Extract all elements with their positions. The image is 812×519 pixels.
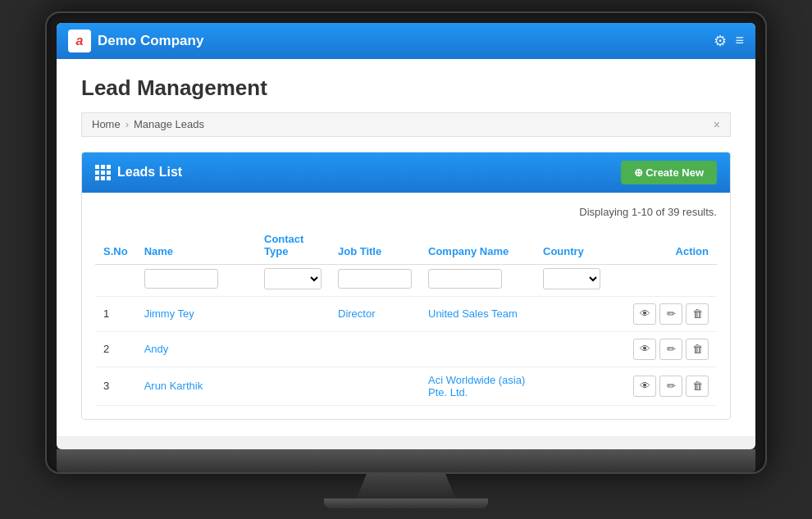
cell-country [535,296,625,331]
cell-name[interactable]: Jimmy Tey [136,296,256,331]
filter-company-cell [420,264,535,296]
col-header-name: Name [136,226,256,265]
filter-name-input[interactable] [144,269,218,289]
edit-button[interactable]: ✏ [659,376,682,397]
breadcrumb-current: Manage Leads [134,118,204,130]
cell-job-title [330,331,420,366]
breadcrumb-close-button[interactable]: × [714,118,720,131]
breadcrumb-text: Home › Manage Leads [92,118,204,130]
results-info: Displaying 1-10 of 39 results. [95,206,717,218]
action-buttons: 👁 ✏ 🗑 [633,303,709,325]
page-title: Lead Management [81,75,731,101]
table-row: 2 Andy 👁 ✏ [95,331,717,366]
cell-company-name: United Sales Team [420,296,535,331]
cell-action: 👁 ✏ 🗑 [625,331,717,366]
breadcrumb-separator: › [125,118,129,130]
leads-table: S.No Name ContactType Job Title Company … [95,226,717,406]
cell-action: 👁 ✏ 🗑 [625,366,717,405]
grid-icon [95,165,111,180]
view-button[interactable]: 👁 [633,339,656,360]
menu-icon[interactable]: ≡ [735,32,744,49]
filter-country-select[interactable] [543,268,600,289]
filter-company-input[interactable] [428,269,502,289]
filter-country-cell [535,264,625,296]
col-header-job-title: Job Title [330,226,420,265]
app-header-left: a Demo Company [68,30,203,52]
table-row: 1 Jimmy Tey Director United Sales Team 👁 [95,296,717,331]
edit-button[interactable]: ✏ [659,339,682,360]
cell-name[interactable]: Andy [136,331,256,366]
gear-icon[interactable]: ⚙ [714,32,727,50]
col-header-country: Country [535,226,625,265]
main-content: Lead Management Home › Manage Leads × [57,59,755,436]
cell-country [535,366,625,405]
filter-contact-type-select[interactable] [264,268,322,289]
cell-company-name: Aci Worldwide (asia) Pte. Ltd. [420,366,535,405]
table-row: 3 Arun Karthik Aci Worldwide (asia) Pte.… [95,366,717,405]
cell-contact-type [256,296,330,331]
col-header-action: Action [625,226,717,265]
col-header-sno: S.No [95,226,136,265]
delete-button[interactable]: 🗑 [686,303,709,325]
leads-panel: Leads List ⊕ Create New Displaying 1-10 … [81,152,731,420]
delete-button[interactable]: 🗑 [686,376,709,397]
view-button[interactable]: 👁 [633,303,656,325]
monitor-screen: a Demo Company ⚙ ≡ Lead Management Home … [45,11,767,474]
filter-name-cell [136,264,256,296]
action-buttons: 👁 ✏ 🗑 [633,376,709,397]
action-buttons: 👁 ✏ 🗑 [633,339,709,360]
cell-job-title: Director [330,296,420,331]
table-body: 1 Jimmy Tey Director United Sales Team 👁 [95,296,717,405]
filter-sno-cell [95,264,136,296]
cell-country [535,331,625,366]
col-header-company-name: Company Name [420,226,535,265]
app-title: Demo Company [98,33,203,49]
filter-job-title-cell [330,264,420,296]
filter-action-cell [625,264,717,296]
monitor-wrapper: a Demo Company ⚙ ≡ Lead Management Home … [45,11,767,508]
delete-button[interactable]: 🗑 [686,339,709,360]
filter-contact-type-cell [256,264,330,296]
table-header-row: S.No Name ContactType Job Title Company … [95,226,717,265]
table-filter-row [95,264,717,296]
view-button[interactable]: 👁 [633,376,656,397]
cell-contact-type [256,366,330,405]
col-header-contact-type: ContactType [256,226,330,265]
leads-panel-title: Leads List [95,165,182,180]
app-logo-icon: a [68,30,91,52]
monitor-stand [357,474,455,499]
filter-job-title-input[interactable] [338,269,412,289]
cell-sno: 1 [95,296,136,331]
cell-sno: 3 [95,366,136,405]
app-header-right: ⚙ ≡ [714,32,744,50]
breadcrumb: Home › Manage Leads × [81,112,731,137]
create-new-button[interactable]: ⊕ Create New [621,161,717,184]
monitor-bottom [57,449,755,472]
cell-name[interactable]: Arun Karthik [136,366,256,405]
cell-sno: 2 [95,331,136,366]
cell-company-name [420,331,535,366]
screen-inner: a Demo Company ⚙ ≡ Lead Management Home … [57,23,755,449]
leads-panel-body: Displaying 1-10 of 39 results. S.No Name… [82,193,730,419]
edit-button[interactable]: ✏ [659,303,682,325]
cell-action: 👁 ✏ 🗑 [625,296,717,331]
leads-panel-header: Leads List ⊕ Create New [82,153,730,193]
cell-job-title [330,366,420,405]
cell-contact-type [256,331,330,366]
monitor-base [324,499,488,508]
app-header: a Demo Company ⚙ ≡ [57,23,755,59]
breadcrumb-home[interactable]: Home [92,118,121,130]
